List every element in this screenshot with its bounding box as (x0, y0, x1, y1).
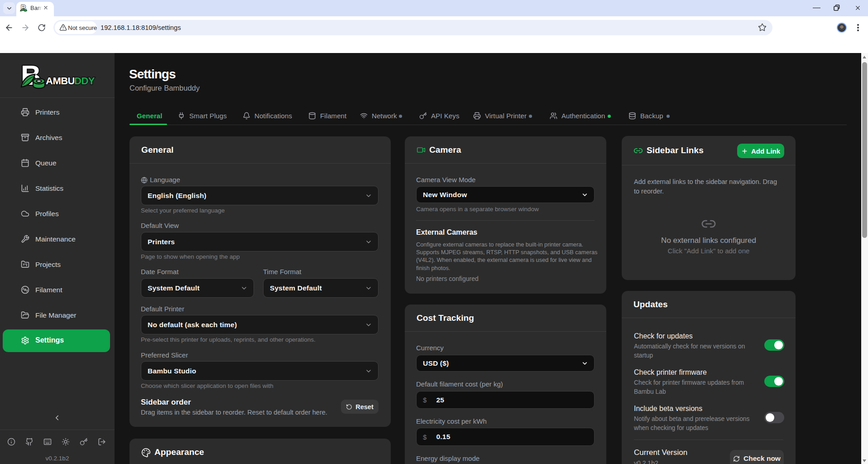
svg-text:DDY: DDY (74, 75, 95, 87)
svg-text:AMBU: AMBU (46, 75, 75, 87)
